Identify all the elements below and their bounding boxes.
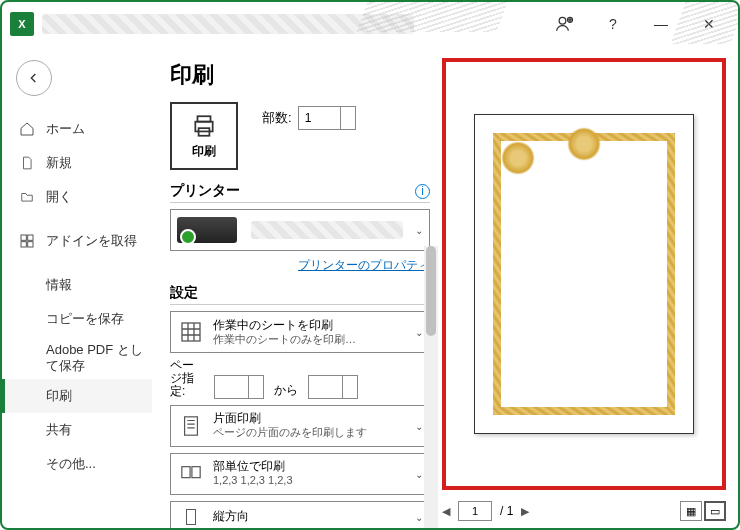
sidebar-item-print[interactable]: 印刷 <box>2 379 152 413</box>
account-icon[interactable] <box>542 8 588 40</box>
back-button[interactable] <box>16 60 52 96</box>
sidebar-item-new[interactable]: 新規 <box>2 146 152 180</box>
ornate-border-icon <box>493 133 675 415</box>
svg-rect-13 <box>187 509 196 524</box>
page-number-input[interactable]: 1 <box>458 501 492 521</box>
print-preview-panel: ◀ 1 / 1 ▶ ▦ ▭ <box>438 46 738 528</box>
printer-device-icon <box>177 217 237 243</box>
page-to-input[interactable]: ▲▼ <box>308 375 358 399</box>
single-side-icon <box>177 412 205 440</box>
preview-page <box>474 114 694 434</box>
printer-icon <box>191 113 217 139</box>
collate-icon <box>177 460 205 488</box>
info-icon[interactable]: i <box>415 184 430 199</box>
prev-page-button[interactable]: ◀ <box>442 505 450 518</box>
spinner-arrows-icon: ▲▼ <box>346 108 353 126</box>
next-page-button[interactable]: ▶ <box>521 505 529 518</box>
copies-label: 部数: <box>262 109 292 127</box>
sidebar-label: 共有 <box>46 421 72 439</box>
preview-footer: ◀ 1 / 1 ▶ ▦ ▭ <box>442 498 726 524</box>
dropdown-line1: 作業中のシートを印刷 <box>213 318 356 333</box>
sidebar-item-savecopy[interactable]: コピーを保存 <box>2 302 152 336</box>
dropdown-line1: 縦方向 <box>213 509 249 524</box>
sidebar-label: コピーを保存 <box>46 310 124 328</box>
sides-select[interactable]: 片面印刷 ページの片面のみを印刷します ⌄ <box>170 405 430 447</box>
addins-icon <box>18 232 36 250</box>
collate-select[interactable]: 部単位で印刷 1,2,3 1,2,3 1,2,3 ⌄ <box>170 453 430 495</box>
titlebar: X ? — ✕ <box>2 2 738 46</box>
sidebar-item-home[interactable]: ホーム <box>2 112 152 146</box>
svg-rect-4 <box>21 242 26 247</box>
settings-section-header: 設定 <box>170 284 430 305</box>
dropdown-line2: ページの片面のみを印刷します <box>213 426 367 440</box>
printer-name-blurred <box>251 221 403 239</box>
print-panel: 印刷 印刷 部数: 1 ▲▼ プリンター i ⌄ プリンターのプロパティ <box>152 46 438 528</box>
sidebar-label: 開く <box>46 188 72 206</box>
decorative-stripes <box>357 2 508 32</box>
print-button[interactable]: 印刷 <box>170 102 238 170</box>
sidebar-label: 印刷 <box>46 387 72 405</box>
sidebar-label: 情報 <box>46 276 72 294</box>
page-spec-to: から <box>274 382 298 399</box>
print-button-label: 印刷 <box>192 143 216 160</box>
dropdown-line2: 作業中のシートのみを印刷… <box>213 333 356 347</box>
dropdown-line1: 片面印刷 <box>213 411 367 426</box>
new-icon <box>18 154 36 172</box>
sidebar-item-share[interactable]: 共有 <box>2 413 152 447</box>
chevron-down-icon: ⌄ <box>415 420 423 431</box>
copies-value: 1 <box>305 111 312 125</box>
sidebar-item-other[interactable]: その他... <box>2 447 152 481</box>
sidebar-item-open[interactable]: 開く <box>2 180 152 214</box>
svg-point-0 <box>559 17 566 24</box>
app-icon: X <box>10 12 34 36</box>
printer-select[interactable]: ⌄ <box>170 209 430 251</box>
svg-rect-5 <box>28 242 33 247</box>
chevron-down-icon: ⌄ <box>415 511 423 522</box>
svg-rect-11 <box>182 466 190 477</box>
page-total-label: / 1 <box>500 504 513 518</box>
svg-rect-2 <box>21 235 26 240</box>
sidebar-label: その他... <box>46 455 96 473</box>
home-icon <box>18 120 36 138</box>
chevron-down-icon: ⌄ <box>415 468 423 479</box>
chevron-down-icon: ⌄ <box>415 327 423 338</box>
dropdown-line2: 1,2,3 1,2,3 1,2,3 <box>213 474 293 488</box>
page-title: 印刷 <box>170 60 430 90</box>
printer-section-header: プリンター i <box>170 182 430 203</box>
section-label: 設定 <box>170 284 198 302</box>
print-area-select[interactable]: 作業中のシートを印刷 作業中のシートのみを印刷… ⌄ <box>170 311 430 353</box>
sidebar-item-addins[interactable]: アドインを取得 <box>2 224 152 258</box>
svg-rect-3 <box>28 235 33 240</box>
sidebar-label: 新規 <box>46 154 72 172</box>
zoom-to-page-button[interactable]: ▭ <box>704 501 726 521</box>
backstage-sidebar: ホーム 新規 開く アドインを取得 情報 コピーを保存 Adobe PDF とし… <box>2 46 152 528</box>
chevron-down-icon: ⌄ <box>415 225 423 236</box>
portrait-icon <box>177 503 205 528</box>
sidebar-label: ホーム <box>46 120 85 138</box>
svg-rect-12 <box>192 466 200 477</box>
preview-highlight-box <box>442 58 726 490</box>
copies-input[interactable]: 1 ▲▼ <box>298 106 356 130</box>
sidebar-label: Adobe PDF として保存 <box>46 342 152 373</box>
scrollbar[interactable] <box>424 246 438 528</box>
printer-properties-link[interactable]: プリンターのプロパティ <box>170 257 430 274</box>
svg-rect-10 <box>185 416 198 434</box>
orientation-select[interactable]: 縦方向 ⌄ <box>170 501 430 528</box>
sheet-icon <box>177 318 205 346</box>
show-margins-button[interactable]: ▦ <box>680 501 702 521</box>
page-from-input[interactable]: ▲▼ <box>214 375 264 399</box>
sidebar-item-info[interactable]: 情報 <box>2 268 152 302</box>
section-label: プリンター <box>170 182 240 200</box>
open-icon <box>18 188 36 206</box>
page-spec-label: ページ指定: <box>170 359 204 399</box>
help-button[interactable]: ? <box>590 8 636 40</box>
sidebar-item-adobepdf[interactable]: Adobe PDF として保存 <box>2 336 152 379</box>
scrollbar-thumb[interactable] <box>426 246 436 336</box>
dropdown-line1: 部単位で印刷 <box>213 459 293 474</box>
sidebar-label: アドインを取得 <box>46 232 137 250</box>
svg-rect-9 <box>182 323 200 341</box>
